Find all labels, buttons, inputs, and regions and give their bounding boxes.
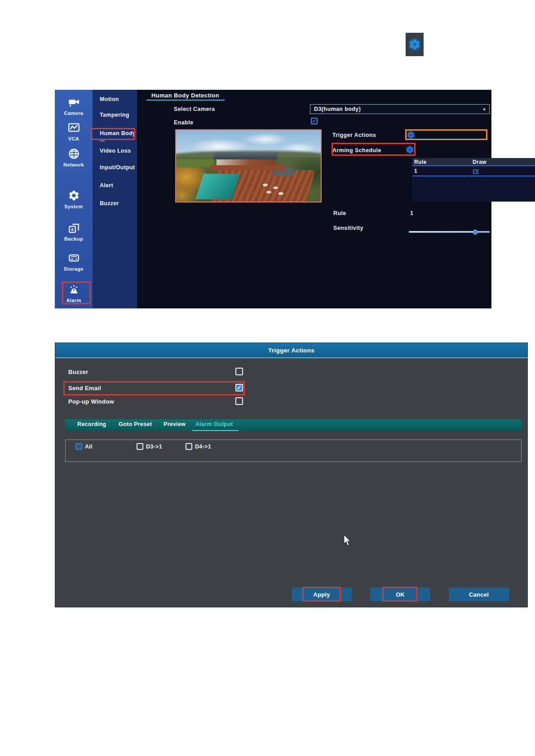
alarm-output-groupbox: All D3->1 D4->1: [65, 440, 522, 462]
rule-table: Rule Draw Delete 1: [412, 158, 535, 202]
select-camera-label: Select Camera: [174, 106, 215, 112]
chevron-down-icon: ▾: [483, 107, 486, 112]
tab-underline: [146, 100, 225, 101]
header-rule: Rule: [414, 159, 427, 165]
sidebar-item-system[interactable]: System: [55, 189, 93, 209]
sidebar-item-label: Storage: [55, 266, 93, 272]
document-page: Camera VCA Network System Backup Storage: [0, 0, 535, 756]
storage-drive-icon: [68, 252, 80, 264]
sidebar-item-network[interactable]: Network: [55, 148, 93, 167]
dialog-tabbar: Recording Goto Preset Preview Alarm Outp…: [65, 419, 522, 431]
network-globe-icon: [68, 148, 80, 160]
system-gear-icon: [68, 189, 80, 202]
sensitivity-label: Sensitivity: [333, 225, 363, 231]
submenu-item-alert[interactable]: Alert: [93, 182, 137, 189]
buzzer-checkbox[interactable]: [235, 368, 243, 375]
edit-icon[interactable]: [473, 168, 479, 175]
output-d3-checkbox[interactable]: [137, 443, 143, 450]
sidebar-item-vca[interactable]: VCA: [55, 122, 93, 141]
cancel-button[interactable]: Cancel: [449, 588, 509, 601]
send-email-label: Send Email: [68, 385, 101, 391]
trigger-actions-label: Trigger Actions: [332, 132, 376, 138]
main-sidebar: Camera VCA Network System Backup Storage: [55, 90, 93, 308]
table-row[interactable]: 1: [412, 167, 535, 176]
backup-icon: [68, 222, 80, 234]
vca-icon: [68, 122, 80, 134]
rule-number: 1: [414, 168, 417, 174]
buzzer-label: Buzzer: [68, 369, 88, 375]
dialog-titlebar: Trigger Actions: [55, 343, 527, 358]
alarm-siren-icon: [68, 283, 80, 295]
trigger-actions-dialog: Trigger Actions Buzzer Send Email ✓ Pop-…: [55, 343, 528, 607]
rule-value: 1: [410, 210, 413, 216]
preview-lawn: [176, 159, 214, 167]
tab-recording[interactable]: Recording: [77, 421, 106, 427]
preview-deck-band: [209, 165, 284, 170]
sensitivity-slider-handle[interactable]: [473, 229, 478, 234]
tab-preview[interactable]: Preview: [164, 421, 186, 427]
annotation-box-trigger-actions: [405, 129, 487, 140]
enable-checkbox[interactable]: ✓: [311, 118, 318, 124]
sidebar-item-storage[interactable]: Storage: [55, 252, 93, 272]
gear-icon: [408, 38, 421, 51]
sidebar-item-backup[interactable]: Backup: [55, 222, 93, 242]
select-camera-value: D3(human body): [314, 106, 361, 112]
sidebar-item-alarm[interactable]: Alarm: [55, 283, 93, 303]
dialog-title: Trigger Actions: [268, 347, 314, 354]
send-email-checkbox[interactable]: ✓: [235, 384, 243, 391]
popup-window-checkbox[interactable]: [235, 397, 243, 405]
active-tab-underline: [192, 430, 239, 431]
sidebar-item-label: Backup: [55, 236, 93, 242]
preview-lounge-chairs: [260, 181, 295, 196]
alarm-submenu: Motion Tampering Human Body ... Video Lo…: [93, 90, 137, 308]
sidebar-item-label: Alarm: [55, 298, 93, 303]
output-all-checkbox[interactable]: [75, 443, 82, 450]
tab-alarm-output[interactable]: Alarm Output: [195, 421, 233, 427]
mouse-cursor: [343, 535, 351, 546]
enable-label: Enable: [174, 119, 193, 126]
submenu-item-input-output[interactable]: Input/Output: [93, 164, 137, 171]
submenu-item-tampering[interactable]: Tampering: [93, 112, 137, 118]
output-d4-label: D4->1: [195, 444, 211, 450]
sidebar-item-label: Network: [55, 162, 93, 167]
submenu-item-video-loss[interactable]: Video Loss: [93, 148, 137, 154]
tab-goto-preset[interactable]: Goto Preset: [119, 421, 152, 427]
sidebar-item-label: Camera: [55, 110, 93, 116]
output-d3-label: D3->1: [146, 444, 162, 450]
trigger-actions-gear-icon[interactable]: [407, 131, 415, 139]
sidebar-item-label: System: [55, 204, 93, 209]
submenu-item-motion[interactable]: Motion: [93, 96, 137, 102]
rule-label: Rule: [333, 210, 346, 216]
output-all-label: All: [85, 444, 93, 450]
ok-button[interactable]: OK: [370, 588, 430, 601]
rule-table-header: Rule Draw Delete: [412, 158, 535, 166]
arming-schedule-label: Arming Schedule: [332, 147, 381, 154]
popup-window-label: Pop-up Window: [68, 398, 114, 405]
sidebar-item-label: VCA: [55, 136, 93, 141]
header-draw: Draw: [473, 159, 486, 165]
nvr-settings-screen: Camera VCA Network System Backup Storage: [55, 90, 491, 308]
output-d4-checkbox[interactable]: [186, 443, 192, 450]
submenu-item-buzzer[interactable]: Buzzer: [93, 200, 137, 207]
arming-schedule-gear-icon[interactable]: [406, 145, 414, 154]
settings-gear-button[interactable]: [406, 33, 424, 56]
camera-preview-image: [175, 129, 322, 202]
sensitivity-slider[interactable]: [409, 231, 490, 233]
sidebar-item-camera[interactable]: Camera: [55, 96, 93, 116]
preview-house-wall: [217, 159, 276, 165]
apply-button[interactable]: Apply: [292, 588, 352, 601]
preview-house-roof: [213, 152, 278, 159]
camera-icon: [68, 96, 80, 108]
select-camera-dropdown[interactable]: D3(human body) ▾: [310, 104, 490, 114]
tab-human-body-detection[interactable]: Human Body Detection: [151, 92, 219, 99]
submenu-item-human-body[interactable]: Human Body ...: [93, 130, 137, 143]
human-body-detection-panel: Human Body Detection Select Camera D3(hu…: [137, 90, 491, 308]
